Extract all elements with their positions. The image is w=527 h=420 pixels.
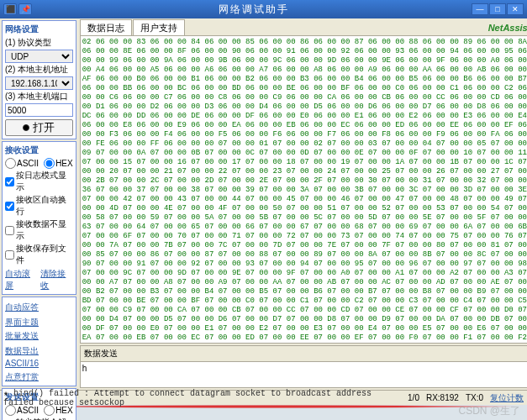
host-label: (2) 本地主机地址 xyxy=(5,64,73,76)
send-textarea[interactable]: h xyxy=(81,362,527,387)
status-bar: ★ bind() failed : Attempt to connect dat… xyxy=(0,390,527,405)
export-link[interactable]: 数据导出 xyxy=(5,345,39,357)
save-file-checkbox[interactable]: 接收保存到文件 xyxy=(5,243,73,266)
log-mode-checkbox[interactable]: 按日志模式显示 xyxy=(5,170,73,193)
port-input[interactable] xyxy=(5,103,73,117)
status-tx: TX:0 xyxy=(466,393,483,402)
host-select[interactable]: 192.168.1.102 xyxy=(5,76,73,90)
watermark: CSDN @生了 xyxy=(458,404,520,418)
ascii16-link[interactable]: ASCII/16 xyxy=(5,359,39,368)
recv-title: 接收设置 xyxy=(5,144,73,156)
sys-icon[interactable]: ⬛ xyxy=(3,3,17,15)
auto-scroll-link[interactable]: 自动滚屏 xyxy=(5,268,37,291)
tab-support[interactable]: 用户支持 xyxy=(133,19,185,36)
brand-label: NetAssist V5.0.2 xyxy=(488,23,527,33)
network-settings-panel: 网络设置 (1) 协议类型 UDP (2) 本地主机地址 192.168.1.1… xyxy=(2,20,76,139)
escape-parse-checkbox[interactable]: 转义符指令解析 ① xyxy=(5,417,73,420)
auto-reply-link[interactable]: 自动应答 xyxy=(5,302,39,313)
recv-hex-radio[interactable]: HEX xyxy=(44,158,73,169)
hex-dump-view[interactable]: 02 06 00 00 83 06 00 00 84 06 00 00 85 0… xyxy=(80,35,527,344)
protocol-select[interactable]: UDP xyxy=(5,50,73,63)
window-title: 网络调试助手 xyxy=(35,3,472,17)
minimize-icon[interactable]: — xyxy=(472,3,488,15)
net-title: 网络设置 xyxy=(5,24,73,35)
theme-link[interactable]: 界面主题 xyxy=(5,317,39,328)
mid-links-panel: 自动应答 界面主题 批量发送 数据导出 ASCII/16 点意打赏 xyxy=(2,297,76,386)
recv-ascii-radio[interactable]: ASCII xyxy=(5,158,39,169)
tab-datalog[interactable]: 数据日志 xyxy=(80,19,132,36)
pin-icon[interactable]: 📌 xyxy=(18,3,32,15)
titlebar: ⬛ 📌 网络调试助手 — □ ✕ xyxy=(0,0,527,18)
status-message: ★ bind() failed : Attempt to connect dat… xyxy=(3,388,401,407)
hide-recv-checkbox[interactable]: 接收数据不显示 xyxy=(5,218,73,242)
right-content: 数据日志 用户支持 NetAssist V5.0.2 ♥ ⚙ 02 06 00 … xyxy=(78,18,527,390)
reset-counter-link[interactable]: 复位计数 xyxy=(490,392,524,404)
port-label: (3) 本地主机端口 xyxy=(5,91,73,102)
open-button[interactable]: 打开 xyxy=(5,119,73,136)
maximize-icon[interactable]: □ xyxy=(489,3,506,15)
auto-wrap-checkbox[interactable]: 接收区自动换行 xyxy=(5,194,73,218)
send-area-title: 数据发送 xyxy=(84,348,118,360)
batch-send-link[interactable]: 批量发送 xyxy=(5,330,39,342)
status-rx: RX:8192 xyxy=(426,393,459,402)
clear-recv-link[interactable]: 清除接收 xyxy=(40,268,72,291)
close-icon[interactable]: ✕ xyxy=(507,3,524,15)
donate-link[interactable]: 点意打赏 xyxy=(5,371,39,383)
status-counter: 1/0 xyxy=(408,393,419,402)
recv-settings-panel: 接收设置 ASCII HEX 按日志模式显示 接收区自动换行 接收数据不显示 接… xyxy=(2,141,76,295)
proto-label: (1) 协议类型 xyxy=(5,37,73,49)
left-sidebar: 网络设置 (1) 协议类型 UDP (2) 本地主机地址 192.168.1.1… xyxy=(0,18,78,390)
status-dot-icon xyxy=(23,124,29,131)
